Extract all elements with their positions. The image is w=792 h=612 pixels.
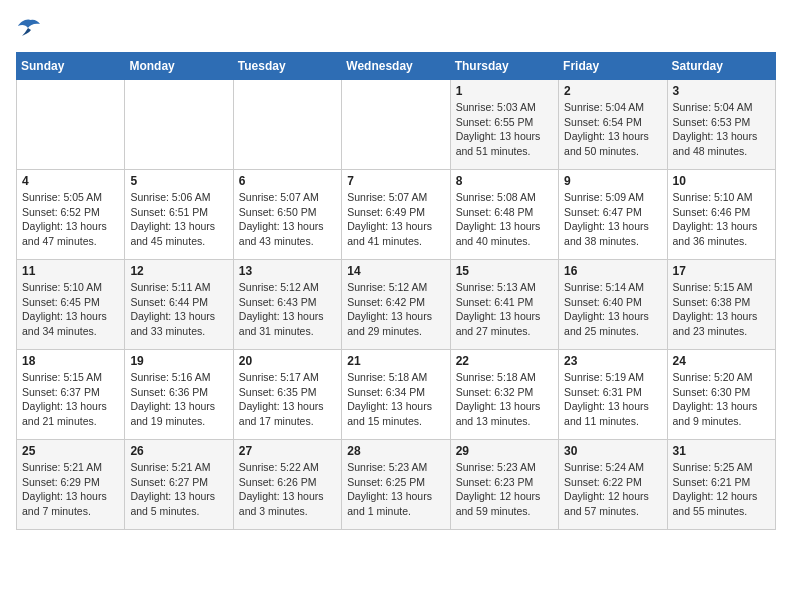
day-info: Sunrise: 5:19 AM Sunset: 6:31 PM Dayligh… xyxy=(564,370,661,429)
day-number: 22 xyxy=(456,354,553,368)
day-info: Sunrise: 5:10 AM Sunset: 6:45 PM Dayligh… xyxy=(22,280,119,339)
calendar-cell: 25Sunrise: 5:21 AM Sunset: 6:29 PM Dayli… xyxy=(17,440,125,530)
day-info: Sunrise: 5:25 AM Sunset: 6:21 PM Dayligh… xyxy=(673,460,770,519)
day-number: 15 xyxy=(456,264,553,278)
calendar-cell: 2Sunrise: 5:04 AM Sunset: 6:54 PM Daylig… xyxy=(559,80,667,170)
day-info: Sunrise: 5:23 AM Sunset: 6:23 PM Dayligh… xyxy=(456,460,553,519)
day-number: 13 xyxy=(239,264,336,278)
calendar-cell: 4Sunrise: 5:05 AM Sunset: 6:52 PM Daylig… xyxy=(17,170,125,260)
day-info: Sunrise: 5:15 AM Sunset: 6:37 PM Dayligh… xyxy=(22,370,119,429)
calendar-cell: 6Sunrise: 5:07 AM Sunset: 6:50 PM Daylig… xyxy=(233,170,341,260)
calendar-cell: 16Sunrise: 5:14 AM Sunset: 6:40 PM Dayli… xyxy=(559,260,667,350)
day-number: 21 xyxy=(347,354,444,368)
day-number: 28 xyxy=(347,444,444,458)
day-info: Sunrise: 5:13 AM Sunset: 6:41 PM Dayligh… xyxy=(456,280,553,339)
column-header-saturday: Saturday xyxy=(667,53,775,80)
calendar-cell: 13Sunrise: 5:12 AM Sunset: 6:43 PM Dayli… xyxy=(233,260,341,350)
day-info: Sunrise: 5:11 AM Sunset: 6:44 PM Dayligh… xyxy=(130,280,227,339)
logo xyxy=(16,16,50,40)
day-number: 7 xyxy=(347,174,444,188)
day-info: Sunrise: 5:18 AM Sunset: 6:34 PM Dayligh… xyxy=(347,370,444,429)
day-info: Sunrise: 5:18 AM Sunset: 6:32 PM Dayligh… xyxy=(456,370,553,429)
calendar-cell: 29Sunrise: 5:23 AM Sunset: 6:23 PM Dayli… xyxy=(450,440,558,530)
calendar-cell: 30Sunrise: 5:24 AM Sunset: 6:22 PM Dayli… xyxy=(559,440,667,530)
day-number: 23 xyxy=(564,354,661,368)
calendar-cell: 27Sunrise: 5:22 AM Sunset: 6:26 PM Dayli… xyxy=(233,440,341,530)
calendar-cell: 8Sunrise: 5:08 AM Sunset: 6:48 PM Daylig… xyxy=(450,170,558,260)
day-info: Sunrise: 5:10 AM Sunset: 6:46 PM Dayligh… xyxy=(673,190,770,249)
column-header-friday: Friday xyxy=(559,53,667,80)
day-info: Sunrise: 5:08 AM Sunset: 6:48 PM Dayligh… xyxy=(456,190,553,249)
day-info: Sunrise: 5:06 AM Sunset: 6:51 PM Dayligh… xyxy=(130,190,227,249)
day-info: Sunrise: 5:14 AM Sunset: 6:40 PM Dayligh… xyxy=(564,280,661,339)
column-header-monday: Monday xyxy=(125,53,233,80)
day-number: 16 xyxy=(564,264,661,278)
day-number: 2 xyxy=(564,84,661,98)
day-number: 18 xyxy=(22,354,119,368)
calendar-cell: 17Sunrise: 5:15 AM Sunset: 6:38 PM Dayli… xyxy=(667,260,775,350)
column-header-thursday: Thursday xyxy=(450,53,558,80)
day-info: Sunrise: 5:22 AM Sunset: 6:26 PM Dayligh… xyxy=(239,460,336,519)
day-number: 25 xyxy=(22,444,119,458)
day-info: Sunrise: 5:20 AM Sunset: 6:30 PM Dayligh… xyxy=(673,370,770,429)
day-info: Sunrise: 5:24 AM Sunset: 6:22 PM Dayligh… xyxy=(564,460,661,519)
calendar-cell xyxy=(17,80,125,170)
calendar-cell: 18Sunrise: 5:15 AM Sunset: 6:37 PM Dayli… xyxy=(17,350,125,440)
day-info: Sunrise: 5:23 AM Sunset: 6:25 PM Dayligh… xyxy=(347,460,444,519)
calendar-cell xyxy=(125,80,233,170)
calendar-week-5: 25Sunrise: 5:21 AM Sunset: 6:29 PM Dayli… xyxy=(17,440,776,530)
calendar-cell: 11Sunrise: 5:10 AM Sunset: 6:45 PM Dayli… xyxy=(17,260,125,350)
calendar-week-1: 1Sunrise: 5:03 AM Sunset: 6:55 PM Daylig… xyxy=(17,80,776,170)
calendar-cell xyxy=(342,80,450,170)
column-header-wednesday: Wednesday xyxy=(342,53,450,80)
calendar-cell: 7Sunrise: 5:07 AM Sunset: 6:49 PM Daylig… xyxy=(342,170,450,260)
calendar-cell: 22Sunrise: 5:18 AM Sunset: 6:32 PM Dayli… xyxy=(450,350,558,440)
calendar-cell: 1Sunrise: 5:03 AM Sunset: 6:55 PM Daylig… xyxy=(450,80,558,170)
day-info: Sunrise: 5:17 AM Sunset: 6:35 PM Dayligh… xyxy=(239,370,336,429)
day-info: Sunrise: 5:12 AM Sunset: 6:43 PM Dayligh… xyxy=(239,280,336,339)
calendar-header-row: SundayMondayTuesdayWednesdayThursdayFrid… xyxy=(17,53,776,80)
day-info: Sunrise: 5:16 AM Sunset: 6:36 PM Dayligh… xyxy=(130,370,227,429)
day-number: 14 xyxy=(347,264,444,278)
calendar-cell: 21Sunrise: 5:18 AM Sunset: 6:34 PM Dayli… xyxy=(342,350,450,440)
day-number: 26 xyxy=(130,444,227,458)
page-header xyxy=(16,16,776,40)
calendar-cell: 14Sunrise: 5:12 AM Sunset: 6:42 PM Dayli… xyxy=(342,260,450,350)
calendar-cell: 28Sunrise: 5:23 AM Sunset: 6:25 PM Dayli… xyxy=(342,440,450,530)
day-number: 27 xyxy=(239,444,336,458)
day-number: 6 xyxy=(239,174,336,188)
column-header-sunday: Sunday xyxy=(17,53,125,80)
day-number: 5 xyxy=(130,174,227,188)
logo-icon xyxy=(16,16,46,40)
day-number: 9 xyxy=(564,174,661,188)
calendar-week-2: 4Sunrise: 5:05 AM Sunset: 6:52 PM Daylig… xyxy=(17,170,776,260)
calendar-cell: 19Sunrise: 5:16 AM Sunset: 6:36 PM Dayli… xyxy=(125,350,233,440)
calendar-table: SundayMondayTuesdayWednesdayThursdayFrid… xyxy=(16,52,776,530)
calendar-week-3: 11Sunrise: 5:10 AM Sunset: 6:45 PM Dayli… xyxy=(17,260,776,350)
day-number: 29 xyxy=(456,444,553,458)
calendar-cell: 3Sunrise: 5:04 AM Sunset: 6:53 PM Daylig… xyxy=(667,80,775,170)
calendar-week-4: 18Sunrise: 5:15 AM Sunset: 6:37 PM Dayli… xyxy=(17,350,776,440)
calendar-cell: 5Sunrise: 5:06 AM Sunset: 6:51 PM Daylig… xyxy=(125,170,233,260)
calendar-cell: 10Sunrise: 5:10 AM Sunset: 6:46 PM Dayli… xyxy=(667,170,775,260)
calendar-cell: 24Sunrise: 5:20 AM Sunset: 6:30 PM Dayli… xyxy=(667,350,775,440)
day-number: 24 xyxy=(673,354,770,368)
calendar-cell: 15Sunrise: 5:13 AM Sunset: 6:41 PM Dayli… xyxy=(450,260,558,350)
day-number: 19 xyxy=(130,354,227,368)
calendar-cell: 31Sunrise: 5:25 AM Sunset: 6:21 PM Dayli… xyxy=(667,440,775,530)
day-info: Sunrise: 5:04 AM Sunset: 6:53 PM Dayligh… xyxy=(673,100,770,159)
day-info: Sunrise: 5:07 AM Sunset: 6:50 PM Dayligh… xyxy=(239,190,336,249)
day-number: 17 xyxy=(673,264,770,278)
calendar-cell: 20Sunrise: 5:17 AM Sunset: 6:35 PM Dayli… xyxy=(233,350,341,440)
calendar-cell: 12Sunrise: 5:11 AM Sunset: 6:44 PM Dayli… xyxy=(125,260,233,350)
day-number: 12 xyxy=(130,264,227,278)
day-info: Sunrise: 5:05 AM Sunset: 6:52 PM Dayligh… xyxy=(22,190,119,249)
day-number: 20 xyxy=(239,354,336,368)
day-number: 4 xyxy=(22,174,119,188)
day-number: 3 xyxy=(673,84,770,98)
day-number: 10 xyxy=(673,174,770,188)
calendar-cell: 26Sunrise: 5:21 AM Sunset: 6:27 PM Dayli… xyxy=(125,440,233,530)
day-number: 8 xyxy=(456,174,553,188)
day-info: Sunrise: 5:15 AM Sunset: 6:38 PM Dayligh… xyxy=(673,280,770,339)
calendar-cell: 23Sunrise: 5:19 AM Sunset: 6:31 PM Dayli… xyxy=(559,350,667,440)
